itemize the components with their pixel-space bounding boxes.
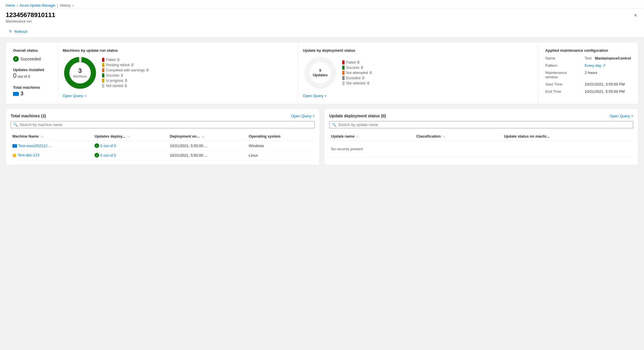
page-title: 12345678910111: [6, 11, 55, 19]
legend-item: Not started 0: [102, 84, 149, 88]
machine-name-cell: Test-abc-123: [11, 151, 93, 160]
machines-chart-area: 3 Machines Failed 0 Pending reboot 0 Com…: [63, 55, 293, 90]
legend-item: Pending reboot 0: [102, 63, 149, 67]
breadcrumb-azure[interactable]: Azure Update Manager: [20, 3, 55, 8]
updates-link[interactable]: 0 out of 0: [100, 144, 116, 148]
deployment-end-cell: 10/21/2021, 5:55:00 ...: [168, 151, 247, 160]
status-row: Overall status ✓ Succeeded Updates insta…: [6, 42, 638, 104]
page-subtitle: Maintenance run: [6, 19, 55, 23]
total-machines: Total machines 3: [13, 85, 51, 97]
legend-item: Success 3: [102, 73, 149, 77]
legend-item: Failed 0: [102, 58, 149, 62]
legend-item: Not selected 0: [342, 81, 372, 85]
legend-value: 0: [367, 81, 369, 85]
legend-value: 0: [125, 79, 127, 83]
machine-icon: [13, 92, 19, 96]
maintenance-title: Applied maintenance configuration: [545, 48, 631, 53]
start-value: 10/21/2021, 3:55:00 PM: [585, 82, 631, 86]
check-icon: ✓: [13, 56, 19, 62]
machines-open-query[interactable]: Open Query >: [63, 94, 86, 98]
machines-donut: 3 Machines: [63, 55, 97, 90]
os-cell: Linux: [247, 151, 315, 160]
updates-table: Update name ↑↓ Classification ↑↓ Update …: [329, 132, 633, 157]
success-dot: ✓: [95, 143, 99, 148]
refresh-icon: ↻: [8, 29, 13, 34]
legend-value: 0: [147, 68, 149, 72]
pattern-value[interactable]: Every day ↗: [585, 63, 631, 68]
machines-table: Machine Name ↑↓ Updates deploy... ↑↓ Dep…: [11, 132, 315, 160]
machine-search-icon: 🔍: [13, 123, 18, 127]
status-text: Succeeded: [21, 57, 41, 61]
main-content: Overall status ✓ Succeeded Updates insta…: [0, 38, 644, 170]
machines-table-open-query[interactable]: Open Query >: [291, 114, 315, 118]
machine-search-box[interactable]: 🔍: [11, 121, 315, 128]
name-value: Test MantainanceControl: [585, 56, 631, 60]
legend-dot: [342, 60, 345, 64]
table-row: Test-abc-123 ✓ 0 out of 0 10/21/2021, 5:…: [11, 151, 315, 160]
machine-name-cell: Test-wsus202212 ...: [11, 141, 93, 151]
status-badge: ✓ Succeeded: [13, 56, 51, 62]
update-search-icon: 🔍: [332, 123, 336, 127]
deployment-donut: 0 Updates: [303, 55, 338, 90]
updates-table-open-query[interactable]: Open Query >: [610, 114, 633, 118]
donut-num: 3: [73, 67, 87, 75]
close-button[interactable]: ×: [633, 11, 638, 20]
deployment-legend: Failed 0 Success 0 Not attempted 0 Exclu…: [342, 60, 372, 85]
col-deployment-end[interactable]: Deployment en... ↑↓: [168, 132, 247, 141]
name-label: Name: [545, 56, 580, 60]
donut-label: Machines: [73, 75, 87, 79]
legend-dot: [342, 81, 345, 85]
config-grid: Name Test MantainanceControl Pattern Eve…: [545, 56, 631, 94]
updates-installed-value: 0 out of 0: [13, 72, 51, 79]
updates-table-card: Update deployment status (0) Open Query …: [324, 109, 638, 165]
overall-title: Overall status: [13, 48, 51, 53]
linux-icon: [12, 153, 16, 158]
machines-table-header: Total machines (3) Open Query >: [11, 114, 315, 118]
overall-status-card: Overall status ✓ Succeeded Updates insta…: [6, 42, 58, 104]
col-os[interactable]: Operating system: [247, 132, 315, 141]
col-update-status[interactable]: Update status on machi...: [502, 132, 633, 141]
legend-dot: [102, 84, 104, 88]
legend-item: Failed 0: [342, 60, 372, 64]
toolbar: ↻ Refresh: [0, 26, 644, 38]
window-label: Maintenance window: [545, 71, 580, 79]
legend-value: 0: [117, 58, 119, 62]
deployment-chart-card: Update by deployment status 0 Updates Fa…: [298, 42, 538, 104]
machine-link[interactable]: Test-abc-123: [18, 153, 39, 157]
updates-deploy-cell: ✓ 0 out of 0: [93, 151, 168, 160]
updates-table-title: Update deployment status (0): [329, 114, 386, 118]
deployment-chart-title: Update by deployment status: [303, 48, 534, 53]
machine-search-input[interactable]: [20, 123, 312, 127]
update-search-box[interactable]: 🔍: [329, 121, 633, 128]
table-row: Test-wsus202212 ... ✓ 0 out of 0 10/21/2…: [11, 141, 315, 151]
col-updates-deploy[interactable]: Updates deploy... ↑↓: [93, 132, 168, 141]
legend-label: Failed: [346, 60, 356, 64]
deployment-end-cell: 10/21/2021, 5:55:00 ...: [168, 141, 247, 151]
machines-table-card: Total machines (3) Open Query > 🔍 Machin…: [6, 109, 320, 165]
breadcrumb-home[interactable]: Home: [6, 3, 15, 8]
deployment-open-query[interactable]: Open Query >: [303, 94, 327, 98]
legend-item: Success 0: [342, 66, 372, 70]
legend-label: Not selected: [346, 81, 366, 85]
machines-legend: Failed 0 Pending reboot 0 Completed with…: [102, 58, 149, 88]
legend-value: 0: [125, 84, 127, 88]
col-machine-name[interactable]: Machine Name ↑↓: [11, 132, 93, 141]
refresh-label: Refresh: [14, 29, 28, 34]
legend-label: In progress: [106, 79, 123, 83]
legend-label: Not attempted: [346, 71, 368, 75]
update-search-input[interactable]: [338, 123, 631, 127]
windows-icon: [12, 144, 17, 148]
donut-center: 3 Machines: [73, 67, 87, 79]
updates-link[interactable]: 0 out of 0: [100, 153, 116, 158]
refresh-button[interactable]: ↻ Refresh: [6, 28, 30, 35]
updates-installed-label: Updates installed: [13, 68, 51, 72]
col-update-name[interactable]: Update name ↑↓: [329, 132, 414, 141]
machine-link[interactable]: Test-wsus202212 ...: [18, 144, 52, 148]
legend-dot: [342, 76, 345, 80]
no-records-row: No records present: [329, 141, 633, 157]
legend-item: Excluded 0: [342, 76, 372, 80]
col-classification[interactable]: Classification ↑↓: [414, 132, 502, 141]
breadcrumb: Home › Azure Update Manager | History ›: [6, 2, 638, 9]
deployment-donut-center: 0 Updates: [312, 68, 329, 77]
legend-label: Success: [106, 73, 119, 77]
